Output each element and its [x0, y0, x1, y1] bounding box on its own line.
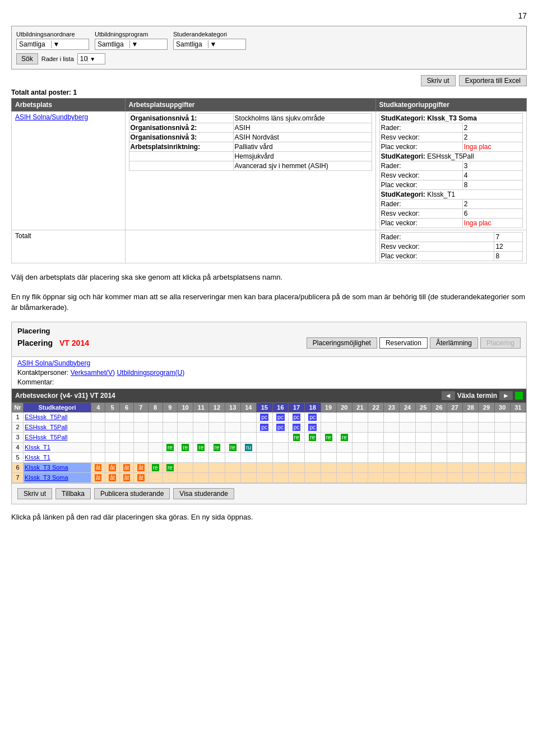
r5w30 — [494, 452, 510, 462]
search-button[interactable]: Sök — [16, 53, 38, 64]
results-toolbar: Skriv ut Exportera till Excel — [11, 75, 527, 86]
stud-cat3-rader: Rader: 2 — [379, 200, 522, 209]
row2-stud[interactable]: ESHssk_T5Pall — [24, 422, 91, 432]
r6w23 — [384, 462, 400, 472]
cal-prev-btn[interactable]: ◄ — [442, 391, 455, 400]
r6w14 — [240, 462, 256, 472]
cal-next-btn[interactable]: ► — [499, 391, 513, 400]
r3w19: re — [321, 432, 336, 442]
r2w26 — [431, 422, 447, 432]
r7w6: åt — [119, 472, 133, 483]
btn-placeringsmojlighet[interactable]: Placeringsmöjlighet — [307, 337, 377, 349]
placering-header: Placering Placering VT 2014 Placeringsmö… — [12, 322, 526, 357]
btn-tillbaka[interactable]: Tillbaka — [55, 488, 91, 499]
week-8: 8 — [148, 402, 163, 412]
resv-label1: Resv veckor: — [379, 133, 462, 142]
utbildningsprogram-select[interactable]: Samtliga ▼ — [95, 39, 168, 50]
btn-skrivut[interactable]: Skriv ut — [17, 488, 52, 499]
empty-cell — [129, 152, 233, 161]
r6w26 — [431, 462, 447, 472]
row4-stud[interactable]: KIssk_T1 — [24, 442, 91, 452]
utbildningsprogram-value: Samtliga — [98, 40, 129, 48]
r7w22 — [368, 472, 384, 483]
row5-stud[interactable]: KIssk_T1 — [24, 452, 91, 462]
r1w26 — [431, 412, 447, 422]
r3w23 — [384, 432, 400, 442]
r7w27 — [447, 472, 463, 483]
r5w9 — [163, 452, 177, 462]
r7w30 — [494, 472, 510, 483]
utbildningsprogram-link[interactable]: Utbildningsprogram(U) — [117, 369, 184, 377]
total-resv-label: Resv veckor: — [379, 242, 494, 252]
btn-publicera[interactable]: Publicera studerande — [94, 488, 170, 499]
btn-reservation[interactable]: Reservation — [379, 337, 428, 349]
r7w15 — [256, 472, 272, 483]
utbildningsprogram-arrow[interactable]: ▼ — [129, 40, 165, 48]
r6w17 — [289, 462, 305, 472]
r3w18: re — [304, 432, 321, 442]
r4w16 — [272, 442, 289, 452]
r6w6: åt — [119, 462, 133, 472]
r1w7 — [134, 412, 148, 422]
row7-stud[interactable]: KIssk_T3 Soma — [24, 472, 91, 483]
rader-select[interactable]: 10 ▼ — [77, 53, 105, 64]
r2w13 — [225, 422, 240, 432]
btn-placering-btn[interactable]: Placering — [480, 337, 521, 349]
rader-arrow[interactable]: ▼ — [87, 56, 97, 62]
r7w25 — [415, 472, 431, 483]
r4w12: re — [209, 442, 225, 452]
r6w19 — [321, 462, 336, 472]
stud-cat1-rader: Rader: 2 — [379, 123, 522, 133]
week-25: 25 — [415, 402, 431, 412]
r7w18 — [304, 472, 321, 483]
r1w30 — [494, 412, 510, 422]
week-16: 16 — [272, 402, 289, 412]
rader-val1: 2 — [462, 123, 522, 133]
r4w31 — [510, 442, 526, 452]
r2w25 — [415, 422, 431, 432]
resv-val1: 2 — [462, 133, 522, 142]
total-label-cell: Totalt — [12, 230, 126, 263]
utbildningsanordnare-group: Utbildningsanordnare Samtliga ▼ — [16, 31, 89, 50]
arbetsplats-subheader-link[interactable]: ASIH Solna/Sundbyberg — [17, 359, 90, 367]
verksamhet-link[interactable]: Verksamhet(V) — [71, 369, 115, 377]
plac-val1: Inga plac — [462, 142, 522, 152]
r5w15 — [256, 452, 272, 462]
r6w11 — [193, 462, 209, 472]
studerandekategori-select[interactable]: Samtliga ▼ — [173, 39, 246, 50]
studerandekategori-arrow[interactable]: ▼ — [208, 40, 244, 48]
print-button[interactable]: Skriv ut — [421, 75, 456, 86]
studerandekategori-value: Samtliga — [176, 40, 208, 48]
rader-value: 10 — [80, 55, 87, 63]
r4w21 — [352, 442, 368, 452]
week-19: 19 — [321, 402, 336, 412]
row6-stud[interactable]: KIssk_T3 Soma — [24, 462, 91, 472]
placering-section: Placering Placering VT 2014 Placeringsmö… — [11, 322, 527, 504]
r4w5 — [105, 442, 119, 452]
r2w27 — [447, 422, 463, 432]
row1-stud[interactable]: ESHssk_T5Pall — [24, 412, 91, 422]
row3-stud[interactable]: ESHssk_T5Pall — [24, 432, 91, 442]
week-24: 24 — [400, 402, 415, 412]
r4w18 — [304, 442, 321, 452]
r3w11 — [193, 432, 209, 442]
arbetsplats-link[interactable]: ASIH Solna/Sundbyberg — [15, 113, 88, 121]
r3w13 — [225, 432, 240, 442]
filter-section: Utbildningsanordnare Samtliga ▼ Utbildni… — [11, 26, 527, 69]
btn-aterlamnning[interactable]: Återlämning — [430, 337, 478, 349]
btn-visa[interactable]: Visa studerande — [173, 488, 234, 499]
arbetsplats-inr-value3: Avancerad sjv i hemmet (ASIH) — [233, 161, 372, 171]
row2-nr: 2 — [12, 422, 24, 432]
r7w4: åt — [91, 472, 105, 483]
utbildningsanordnare-select[interactable]: Samtliga ▼ — [16, 39, 89, 50]
export-button[interactable]: Exportera till Excel — [459, 75, 527, 86]
utbildningsanordnare-arrow[interactable]: ▼ — [51, 40, 87, 48]
r5w24 — [400, 452, 415, 462]
week-7: 7 — [134, 402, 148, 412]
placering-year: VT 2014 — [59, 338, 89, 347]
r7w17 — [289, 472, 305, 483]
total-rader-val: 7 — [494, 233, 523, 242]
r7w9 — [163, 472, 177, 483]
r5w23 — [384, 452, 400, 462]
r5w21 — [352, 452, 368, 462]
